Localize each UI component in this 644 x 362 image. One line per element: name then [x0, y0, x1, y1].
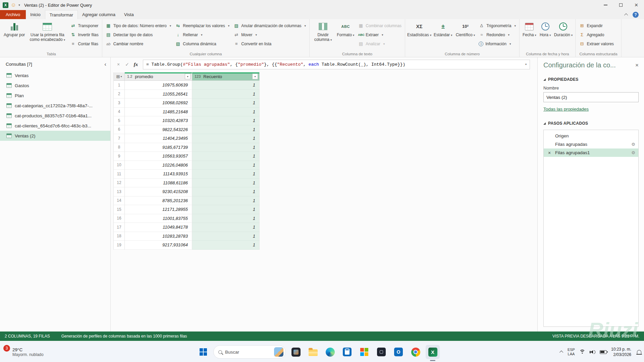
- file-explorer-button[interactable]: [306, 345, 320, 359]
- query-list-item[interactable]: Ventas (2): [0, 131, 110, 141]
- promedio-cell[interactable]: 10975,60639: [125, 81, 192, 90]
- start-button[interactable]: [196, 345, 210, 359]
- promedio-cell[interactable]: 11055,26541: [125, 90, 192, 99]
- tray-clock[interactable]: 10:23 p. m. 2/03/2026: [611, 347, 631, 357]
- query-list-item[interactable]: cat-categorias_cc17202a-75f8-48a7-...: [0, 101, 110, 111]
- tipo-de-datos-button[interactable]: ▦ Tipo de datos: Número entero ▾: [104, 21, 173, 30]
- step-settings-icon[interactable]: ⚙: [631, 142, 635, 147]
- promedio-cell[interactable]: 10226,04806: [125, 161, 192, 170]
- row-number[interactable]: 18: [114, 232, 125, 241]
- microsoft-365-button[interactable]: [357, 345, 371, 359]
- redondeo-button[interactable]: ≈ Redondeo ▾: [477, 30, 518, 39]
- query-list-item[interactable]: Gastos: [0, 80, 110, 90]
- invertir-filas-button[interactable]: ⇅ Invertir filas: [68, 30, 100, 39]
- extraer-button[interactable]: ABC Extraer ▾: [356, 30, 403, 39]
- help-icon[interactable]: ?: [633, 12, 639, 18]
- row-number[interactable]: 13: [114, 187, 125, 196]
- row-number[interactable]: 17: [114, 223, 125, 232]
- row-number[interactable]: 2: [114, 90, 125, 99]
- tab-transformar[interactable]: Transformar: [45, 10, 78, 19]
- cientifico-button[interactable]: 10² Científico▾: [454, 20, 477, 38]
- columna-dinamica-button[interactable]: ▧ Columna dinámica: [173, 39, 231, 48]
- promedio-cell[interactable]: 11088,61186: [125, 179, 192, 188]
- row-number[interactable]: 19: [114, 241, 125, 250]
- duracion-button[interactable]: Duración▾: [553, 20, 574, 38]
- usar-primera-fila-button[interactable]: Usar la primera fila como encabezado▾: [27, 20, 68, 43]
- step-settings-icon[interactable]: ⚙: [631, 150, 635, 155]
- query-name-input[interactable]: [543, 92, 639, 102]
- tab-vista[interactable]: Vista: [120, 10, 138, 19]
- expandir-button[interactable]: ⊞ Expandir: [577, 21, 615, 30]
- query-list-item[interactable]: Ventas: [0, 70, 110, 80]
- weather-widget[interactable]: 3 29°C Mayorm. nublado: [3, 342, 44, 362]
- maximize-button[interactable]: [613, 0, 629, 10]
- row-number[interactable]: 12: [114, 179, 125, 188]
- trigonometria-button[interactable]: ∆ Trigonometría ▾: [477, 21, 518, 30]
- formato-button[interactable]: ABC Formato▾: [335, 20, 356, 38]
- row-number[interactable]: 15: [114, 205, 125, 214]
- row-number[interactable]: 3: [114, 99, 125, 108]
- column-header-promedio[interactable]: 1.2 promedio ▾: [125, 72, 192, 81]
- promedio-cell[interactable]: 9217,931064: [125, 241, 192, 250]
- recuento-cell[interactable]: 1: [192, 134, 260, 143]
- cambiar-nombre-button[interactable]: ab Cambiar nombre: [104, 39, 173, 48]
- edge-button[interactable]: [323, 345, 337, 359]
- reemplazar-valores-button[interactable]: ⇆ Reemplazar los valores ▾: [173, 21, 231, 30]
- recuento-cell[interactable]: 1: [192, 143, 260, 152]
- mover-button[interactable]: ⇄ Mover ▾: [232, 30, 308, 39]
- recuento-cell[interactable]: 1: [192, 214, 260, 223]
- promedio-cell[interactable]: 10563,93057: [125, 152, 192, 161]
- excel-taskbar-button[interactable]: X: [426, 345, 440, 359]
- filter-dropdown-icon[interactable]: ▾: [252, 74, 258, 79]
- tab-archivo[interactable]: Archivo: [0, 10, 26, 19]
- row-number[interactable]: 14: [114, 196, 125, 205]
- expand-formula-bar-icon[interactable]: ▾: [525, 62, 527, 66]
- all-properties-link[interactable]: Todas las propiedades: [543, 107, 639, 112]
- recuento-cell[interactable]: 1: [192, 90, 260, 99]
- close-button[interactable]: ×: [629, 0, 644, 10]
- profiling-message[interactable]: Generación de perfiles de columnas basad…: [61, 334, 187, 339]
- transponer-button[interactable]: ⇄ Transponer: [68, 21, 100, 30]
- fecha-button[interactable]: Fecha▾: [521, 20, 538, 38]
- promedio-cell[interactable]: 8785,201236: [125, 196, 192, 205]
- delete-step-icon[interactable]: ×: [548, 150, 551, 155]
- promedio-cell[interactable]: 9230,415208: [125, 187, 192, 196]
- cancel-formula-icon[interactable]: ×: [114, 60, 123, 69]
- row-number[interactable]: 9: [114, 152, 125, 161]
- row-number[interactable]: 11: [114, 170, 125, 179]
- row-number[interactable]: 6: [114, 125, 125, 134]
- store-button[interactable]: [340, 345, 354, 359]
- recuento-cell[interactable]: 1: [192, 81, 260, 90]
- query-list-item[interactable]: cat-productos_88357c57-01b6-48a1...: [0, 111, 110, 121]
- promedio-cell[interactable]: 11001,83755: [125, 214, 192, 223]
- outlook-button[interactable]: O: [391, 345, 406, 359]
- informacion-button[interactable]: i Información ▾: [477, 39, 518, 48]
- dividir-columna-button[interactable]: Dividir columna▾: [311, 20, 335, 43]
- row-number[interactable]: 1: [114, 81, 125, 90]
- convertir-en-lista-button[interactable]: ≡ Convertir en lista: [232, 39, 308, 48]
- fx-icon[interactable]: fx: [131, 60, 140, 69]
- query-list-item[interactable]: cat-clientes_654cd7c6-6fcc-463c-b3...: [0, 121, 110, 131]
- qat-chevron-down-icon[interactable]: ▾: [18, 3, 20, 7]
- recuento-cell[interactable]: 1: [192, 161, 260, 170]
- recuento-cell[interactable]: 1: [192, 116, 260, 125]
- feedback-smiley-icon[interactable]: ☺: [11, 2, 16, 8]
- volume-icon[interactable]: [590, 350, 595, 354]
- promedio-cell[interactable]: 11485,21648: [125, 108, 192, 117]
- row-number[interactable]: 16: [114, 214, 125, 223]
- recuento-cell[interactable]: 1: [192, 108, 260, 117]
- filter-dropdown-icon[interactable]: ▾: [185, 74, 191, 79]
- tray-overflow-icon[interactable]: [559, 351, 563, 354]
- row-number[interactable]: 8: [114, 143, 125, 152]
- battery-icon[interactable]: [600, 350, 607, 354]
- recuento-cell[interactable]: 1: [192, 99, 260, 108]
- close-settings-icon[interactable]: ×: [635, 62, 639, 69]
- extraer-valores-button[interactable]: ⊟ Extraer valores: [577, 39, 615, 48]
- applied-step[interactable]: Origen: [544, 132, 638, 140]
- column-header-recuento[interactable]: 123 Recuento ▾: [192, 72, 260, 81]
- dark-app-button[interactable]: [374, 345, 388, 359]
- wifi-icon[interactable]: [579, 350, 585, 355]
- promedio-cell[interactable]: 9822,543226: [125, 125, 192, 134]
- minimize-button[interactable]: [598, 0, 613, 10]
- recuento-cell[interactable]: 1: [192, 241, 260, 250]
